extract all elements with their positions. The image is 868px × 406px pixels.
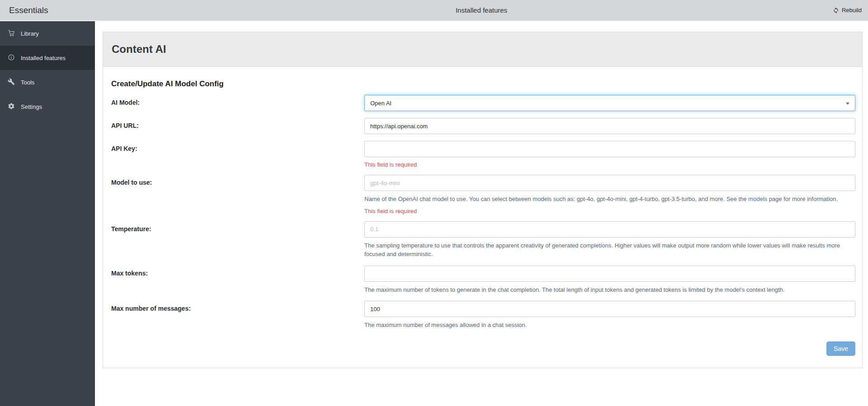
field-label: API URL: — [111, 118, 364, 129]
info-circle-icon — [8, 54, 15, 62]
sync-icon — [833, 7, 839, 14]
cart-icon — [8, 29, 15, 38]
save-row: Save — [111, 341, 855, 356]
model-to-use-input[interactable] — [364, 175, 855, 191]
field-label: Max number of messages: — [111, 301, 364, 312]
panel-heading: Content AI — [103, 32, 862, 67]
help-text: Name of the OpenAI chat model to use. Yo… — [364, 196, 748, 202]
save-button[interactable]: Save — [826, 341, 855, 356]
rebuild-button[interactable]: Rebuild — [833, 0, 862, 20]
rebuild-label: Rebuild — [842, 7, 862, 14]
top-navbar: Essentials Installed features Rebuild — [0, 0, 868, 21]
field-row-api-url: API URL: — [111, 118, 855, 134]
sidebar-item-installed-features[interactable]: Installed features — [0, 46, 95, 70]
field-row-ai-model: AI Model: Open AI — [111, 95, 855, 111]
panel-title: Content AI — [112, 43, 854, 56]
max-tokens-help: The maximum number of tokens to generate… — [364, 286, 855, 294]
app-brand: Essentials — [0, 5, 48, 15]
sidebar-item-label: Tools — [21, 79, 34, 86]
model-to-use-help: Name of the OpenAI chat model to use. Yo… — [364, 195, 855, 204]
api-key-input[interactable] — [364, 141, 855, 157]
panel-body: Create/Update AI Model Config AI Model: … — [103, 67, 862, 368]
sidebar-item-settings[interactable]: Settings — [0, 94, 95, 119]
main-content: Content AI Create/Update AI Model Config… — [95, 21, 868, 406]
page-title: Installed features — [95, 6, 868, 14]
sidebar: Library Installed features Tools Setting… — [0, 21, 95, 406]
temperature-input[interactable] — [364, 221, 855, 238]
ai-model-selected-value: Open AI — [370, 100, 392, 107]
field-row-temperature: Temperature: The sampling temperature to… — [111, 221, 855, 259]
chevron-down-icon — [846, 103, 849, 105]
model-to-use-error: This field is required — [364, 208, 855, 215]
sidebar-item-tools[interactable]: Tools — [0, 70, 95, 94]
ai-model-select[interactable]: Open AI — [364, 95, 855, 111]
field-row-max-tokens: Max tokens: The maximum number of tokens… — [111, 266, 855, 294]
field-label: Max tokens: — [111, 266, 364, 277]
api-url-input[interactable] — [364, 118, 855, 134]
api-key-error: This field is required — [364, 161, 855, 168]
max-messages-input[interactable] — [364, 301, 855, 317]
wrench-icon — [8, 78, 15, 87]
temperature-help: The sampling temperature to use that con… — [364, 242, 855, 259]
sidebar-item-library[interactable]: Library — [0, 21, 95, 46]
form-heading: Create/Update AI Model Config — [111, 79, 855, 89]
content-ai-panel: Content AI Create/Update AI Model Config… — [103, 32, 863, 368]
max-tokens-input[interactable] — [364, 266, 855, 282]
gear-icon — [8, 103, 15, 111]
field-row-model-to-use: Model to use: Name of the OpenAI chat mo… — [111, 175, 855, 215]
field-label: API Key: — [111, 141, 364, 152]
field-label: Model to use: — [111, 175, 364, 186]
sidebar-item-label: Library — [21, 30, 39, 37]
field-label: AI Model: — [111, 95, 364, 106]
field-row-api-key: API Key: This field is required — [111, 141, 855, 168]
sidebar-item-label: Installed features — [21, 55, 66, 61]
sidebar-item-label: Settings — [21, 103, 42, 110]
models-link[interactable]: models — [748, 196, 767, 202]
max-messages-help: The maximum number of messages allowed i… — [364, 321, 855, 330]
help-text: page for more information. — [767, 196, 838, 202]
field-label: Temperature: — [111, 221, 364, 233]
field-row-max-messages: Max number of messages: The maximum numb… — [111, 301, 855, 330]
